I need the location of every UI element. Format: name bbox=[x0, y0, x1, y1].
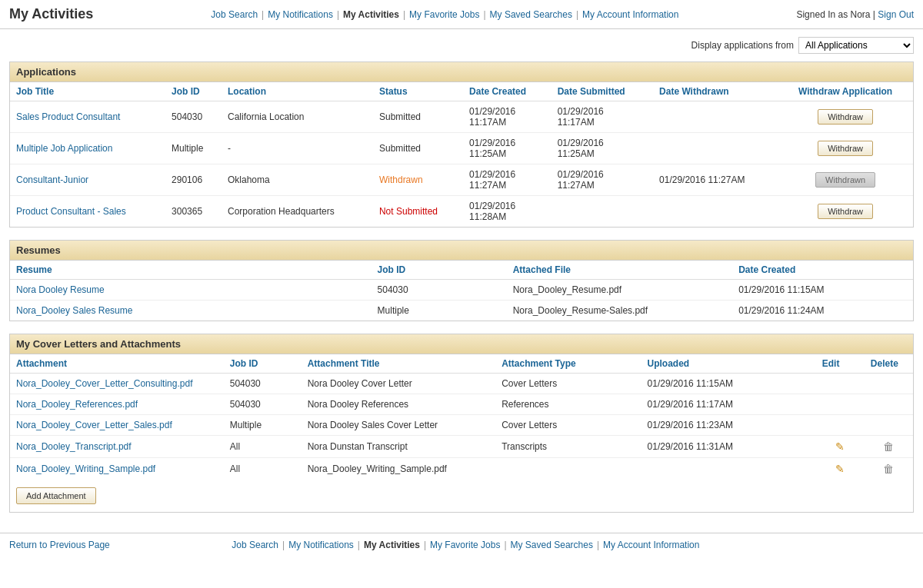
header-right: Signed In as Nora | Sign Out bbox=[796, 9, 914, 20]
col-location: Location bbox=[222, 82, 373, 101]
status-cell: Withdrawn bbox=[373, 164, 463, 196]
applications-filter-select[interactable]: All Applications Submitted Not Submitted… bbox=[798, 37, 914, 54]
col-resume: Resume bbox=[10, 261, 372, 280]
col-delete: Delete bbox=[865, 354, 913, 374]
return-to-previous-link[interactable]: Return to Previous Page bbox=[9, 540, 110, 550]
footer-nav: Job Search | My Notifications | My Activ… bbox=[228, 540, 703, 550]
attachment-type bbox=[495, 458, 641, 480]
attachment-link[interactable]: Nora_Dooley_Cover_Letter_Consulting.pdf bbox=[16, 378, 192, 389]
application-row: Multiple Job Application Multiple - Subm… bbox=[10, 133, 913, 164]
footer-nav-my-account-information[interactable]: My Account Information bbox=[599, 540, 703, 550]
add-attachment-button[interactable]: Add Attachment bbox=[16, 487, 96, 504]
application-row: Consultant-Junior 290106 Oklahoma Withdr… bbox=[10, 164, 913, 196]
resume-title-link[interactable]: Nora_Dooley Sales Resume bbox=[16, 305, 132, 316]
col-date-created: Date Created bbox=[463, 82, 551, 101]
cl-job-id: 504030 bbox=[224, 374, 302, 394]
edit-icon[interactable]: ✎ bbox=[835, 440, 845, 453]
applications-header: Applications bbox=[10, 62, 913, 82]
withdraw-button[interactable]: Withdraw bbox=[818, 109, 873, 125]
col-withdraw-application: Withdraw Application bbox=[778, 82, 913, 101]
withdraw-button[interactable]: Withdraw bbox=[818, 204, 873, 219]
edit-cell bbox=[816, 374, 865, 394]
uploaded-date: 01/29/2016 11:15AM bbox=[641, 374, 816, 394]
cover-letter-row: Nora_Dooley_Cover_Letter_Consulting.pdf … bbox=[10, 374, 913, 394]
col-uploaded: Uploaded bbox=[641, 354, 816, 374]
cover-letters-header: My Cover Letters and Attachments bbox=[10, 334, 913, 354]
job-id-cell: Multiple bbox=[165, 133, 222, 164]
date-withdrawn-cell: 01/29/2016 11:27AM bbox=[653, 164, 778, 196]
delete-cell bbox=[865, 415, 913, 436]
filter-bar: Display applications from All Applicatio… bbox=[9, 37, 914, 54]
edit-icon[interactable]: ✎ bbox=[835, 463, 845, 475]
col-job-title: Job Title bbox=[10, 82, 165, 101]
cover-letter-row: Nora_Dooley_References.pdf 504030 Nora D… bbox=[10, 394, 913, 415]
date-created-cell: 01/29/201611:25AM bbox=[463, 133, 551, 164]
location-cell: California Location bbox=[222, 101, 373, 133]
date-submitted-cell: 01/29/201611:17AM bbox=[551, 101, 653, 133]
col-edit: Edit bbox=[816, 354, 865, 374]
delete-icon[interactable]: 🗑 bbox=[883, 440, 894, 453]
job-title-link[interactable]: Sales Product Consultant bbox=[16, 111, 120, 122]
cl-job-id: Multiple bbox=[224, 415, 302, 436]
cover-letter-row: Nora_Dooley_Cover_Letter_Sales.pdf Multi… bbox=[10, 415, 913, 436]
sign-out-link[interactable]: Sign Out bbox=[878, 9, 914, 20]
delete-cell bbox=[865, 394, 913, 415]
action-cell: Withdraw bbox=[778, 101, 913, 133]
uploaded-date: 01/29/2016 11:17AM bbox=[641, 394, 816, 415]
nav-my-account-information[interactable]: My Account Information bbox=[578, 9, 682, 20]
col-attached-file: Attached File bbox=[507, 261, 733, 280]
job-title-link[interactable]: Consultant-Junior bbox=[16, 174, 88, 185]
attachment-link[interactable]: Nora_Dooley_Writing_Sample.pdf bbox=[16, 463, 155, 474]
resumes-table: Resume Job ID Attached File Date Created… bbox=[10, 261, 913, 321]
attachment-type: Cover Letters bbox=[495, 374, 641, 394]
footer-nav-my-favorite-jobs[interactable]: My Favorite Jobs bbox=[426, 540, 504, 550]
application-row: Product Consultant - Sales 300365 Corpor… bbox=[10, 196, 913, 228]
attachment-link[interactable]: Nora_Dooley_Transcript.pdf bbox=[16, 441, 132, 452]
col-resume-job-id: Job ID bbox=[372, 261, 507, 280]
nav-my-notifications[interactable]: My Notifications bbox=[264, 9, 337, 20]
location-cell: Corporation Headquarters bbox=[222, 196, 373, 228]
job-title-link[interactable]: Product Consultant - Sales bbox=[16, 206, 126, 217]
add-attachment-container: Add Attachment bbox=[10, 480, 913, 512]
date-created-cell: 01/29/201611:27AM bbox=[463, 164, 551, 196]
nav-my-saved-searches[interactable]: My Saved Searches bbox=[486, 9, 576, 20]
attachment-type: References bbox=[495, 394, 641, 415]
nav-job-search[interactable]: Job Search bbox=[207, 9, 262, 20]
delete-icon[interactable]: 🗑 bbox=[883, 463, 894, 475]
job-title-link[interactable]: Multiple Job Application bbox=[16, 143, 112, 154]
date-created-cell: 01/29/201611:17AM bbox=[463, 101, 551, 133]
col-job-id: Job ID bbox=[165, 82, 222, 101]
status-cell: Submitted bbox=[373, 133, 463, 164]
uploaded-date: 01/29/2016 11:23AM bbox=[641, 415, 816, 436]
footer-nav-my-notifications[interactable]: My Notifications bbox=[285, 540, 358, 550]
cover-letter-row: Nora_Dooley_Writing_Sample.pdf All Nora_… bbox=[10, 458, 913, 480]
date-submitted-cell: 01/29/201611:25AM bbox=[551, 133, 653, 164]
footer-nav-job-search[interactable]: Job Search bbox=[228, 540, 282, 550]
delete-cell bbox=[865, 374, 913, 394]
attachment-type: Cover Letters bbox=[495, 415, 641, 436]
resume-title-link[interactable]: Nora Dooley Resume bbox=[16, 284, 105, 295]
applications-section: Applications Job Title Job ID Location S… bbox=[9, 61, 914, 228]
attachment-link[interactable]: Nora_Dooley_Cover_Letter_Sales.pdf bbox=[16, 420, 172, 430]
edit-cell bbox=[816, 394, 865, 415]
resume-row: Nora Dooley Resume 504030 Nora_Dooley_Re… bbox=[10, 280, 913, 301]
footer-left: Return to Previous Page bbox=[9, 540, 110, 550]
header-nav: Job Search | My Notifications | My Activ… bbox=[207, 9, 682, 20]
applications-table: Job Title Job ID Location Status Date Cr… bbox=[10, 82, 913, 227]
footer-nav-my-saved-searches[interactable]: My Saved Searches bbox=[507, 540, 597, 550]
footer-nav-my-activities-active: My Activities bbox=[360, 540, 424, 550]
signed-in-label: Signed In as Nora bbox=[796, 9, 870, 20]
col-status: Status bbox=[373, 82, 463, 101]
cl-job-id: All bbox=[224, 458, 302, 480]
resumes-section: Resumes Resume Job ID Attached File Date… bbox=[9, 240, 914, 321]
attachment-type: Transcripts bbox=[495, 436, 641, 458]
job-id-cell: 290106 bbox=[165, 164, 222, 196]
action-cell: Withdrawn bbox=[778, 164, 913, 196]
date-withdrawn-cell bbox=[653, 133, 778, 164]
nav-my-favorite-jobs[interactable]: My Favorite Jobs bbox=[405, 9, 483, 20]
withdraw-button[interactable]: Withdraw bbox=[818, 141, 873, 156]
filter-label: Display applications from bbox=[691, 40, 794, 51]
col-date-withdrawn: Date Withdrawn bbox=[653, 82, 778, 101]
date-withdrawn-cell bbox=[653, 101, 778, 133]
attachment-link[interactable]: Nora_Dooley_References.pdf bbox=[16, 399, 138, 410]
